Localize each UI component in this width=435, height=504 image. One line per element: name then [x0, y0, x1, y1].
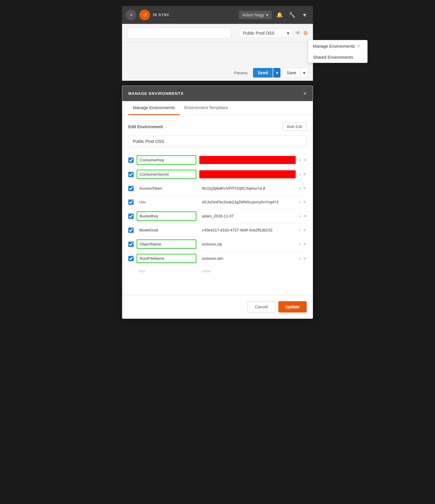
env-name-input[interactable]: [128, 136, 307, 147]
edit-env-label: Edit Environment: [128, 124, 163, 129]
row-checkbox[interactable]: [128, 200, 134, 205]
value-cell: [199, 198, 296, 206]
save-arrow-button[interactable]: ▾: [301, 68, 308, 78]
row-actions: ≡ ✕: [299, 199, 307, 205]
delete-icon[interactable]: ✕: [303, 171, 307, 177]
row-checkbox[interactable]: [128, 186, 134, 191]
tab-manage-environments[interactable]: Manage Environments: [128, 101, 180, 115]
row-actions: ≡ ✕: [299, 227, 307, 233]
row-actions: ≡ ✕: [299, 241, 307, 247]
key-input[interactable]: [137, 211, 196, 221]
key-input[interactable]: [137, 226, 196, 234]
bulk-edit-button[interactable]: Bulk Edit: [283, 122, 307, 131]
value-input[interactable]: [199, 254, 296, 263]
drag-icon[interactable]: ≡: [299, 186, 301, 191]
cancel-button[interactable]: Cancel: [247, 301, 275, 313]
gear-icon[interactable]: ⚙: [303, 30, 308, 36]
key-input[interactable]: [137, 254, 196, 263]
url-area: Public Prod OSS ▾ 👁 ⚙: [122, 24, 313, 42]
shared-environments-label: Shared Environments: [313, 55, 353, 60]
row-checkbox[interactable]: [128, 214, 134, 219]
drag-icon[interactable]: ≡: [299, 214, 301, 219]
value-cell: [199, 254, 296, 263]
value-input[interactable]: [199, 198, 296, 206]
drag-icon[interactable]: ≡: [299, 158, 301, 163]
logo-icon: ✦: [126, 10, 136, 20]
delete-icon[interactable]: ✕: [303, 157, 307, 163]
row-checkbox[interactable]: [128, 242, 134, 247]
table-row: ≡ ✕: [128, 209, 307, 223]
table-row: ≡ ✕: [128, 223, 307, 237]
key-cell: [137, 155, 196, 165]
save-button[interactable]: Save: [282, 68, 301, 78]
cursor-icon: ☞: [357, 43, 361, 49]
row-actions: ≡ ✕: [299, 157, 307, 163]
user-name: Adam Nagy: [243, 13, 264, 17]
table-row: ≡ ✕: [128, 251, 307, 266]
key-cell: [137, 254, 196, 263]
action-bar: Params Send ▾ Save ▾: [122, 65, 313, 81]
user-menu-button[interactable]: Adam Nagy ▾: [239, 11, 272, 19]
drag-icon[interactable]: ≡: [299, 200, 301, 205]
value-cell: [199, 212, 296, 220]
table-row: ≡ ✕: [128, 153, 307, 167]
row-checkbox[interactable]: [128, 228, 134, 233]
update-button[interactable]: Update: [278, 301, 307, 313]
save-chevron-icon: ▾: [303, 70, 305, 75]
row-actions: ≡ ✕: [299, 171, 307, 177]
delete-icon[interactable]: ✕: [303, 199, 307, 205]
shared-environments-item[interactable]: Shared Environments: [308, 52, 367, 63]
value-cell: [199, 156, 296, 164]
delete-icon[interactable]: ✕: [303, 227, 307, 233]
key-input[interactable]: [137, 198, 196, 206]
row-checkbox[interactable]: [128, 157, 134, 163]
delete-icon[interactable]: ✕: [303, 241, 307, 247]
drag-icon[interactable]: ≡: [299, 172, 301, 177]
modal-body: Edit Environment Bulk Edit ≡: [122, 115, 313, 283]
params-tab[interactable]: Params: [231, 69, 251, 77]
send-chevron-icon: ▾: [276, 70, 278, 75]
delete-icon[interactable]: ✕: [303, 256, 307, 261]
table-row: ≡ ✕: [128, 195, 307, 209]
value-input[interactable]: [199, 156, 296, 164]
value-input[interactable]: [199, 184, 296, 193]
key-input[interactable]: [137, 170, 196, 179]
edit-env-header: Edit Environment Bulk Edit: [128, 122, 307, 131]
row-checkbox[interactable]: [128, 256, 134, 261]
user-chevron-icon: ▾: [266, 13, 268, 17]
modal-footer: Cancel Update: [122, 295, 313, 319]
key-cell: [137, 226, 196, 234]
value-cell: [199, 184, 296, 193]
delete-icon[interactable]: ✕: [303, 185, 307, 191]
key-cell: [137, 198, 196, 206]
value-cell: [199, 226, 296, 234]
drag-icon[interactable]: ≡: [299, 228, 301, 233]
top-bar: ✦ ↺ IN SYNC Adam Nagy ▾ 🔔 🔧 ♥: [122, 6, 313, 24]
close-button[interactable]: ×: [303, 90, 307, 97]
manage-environments-item[interactable]: Manage Environments ☞: [308, 40, 367, 52]
env-selector[interactable]: Public Prod OSS ▾: [239, 29, 293, 38]
tools-icon[interactable]: 🔧: [287, 10, 297, 20]
key-cell: [137, 184, 196, 193]
notifications-icon[interactable]: 🔔: [275, 10, 284, 20]
send-arrow-button[interactable]: ▾: [273, 68, 280, 78]
sync-icon: ↺: [139, 10, 150, 20]
env-dropdown-menu: Manage Environments ☞ Shared Environment…: [308, 40, 368, 63]
key-input[interactable]: [137, 184, 196, 193]
key-input[interactable]: [137, 155, 196, 165]
send-button[interactable]: Send: [253, 68, 273, 78]
table-row: ≡ ✕: [128, 167, 307, 182]
value-input[interactable]: [199, 212, 296, 220]
tab-environment-templates[interactable]: Environment Templates: [180, 101, 233, 115]
value-input[interactable]: [199, 170, 296, 178]
value-input[interactable]: [199, 240, 296, 248]
delete-icon[interactable]: ✕: [303, 213, 307, 219]
key-input[interactable]: [137, 239, 196, 249]
value-input[interactable]: [199, 226, 296, 234]
eye-icon[interactable]: 👁: [295, 30, 301, 36]
row-checkbox[interactable]: [128, 172, 134, 177]
drag-icon[interactable]: ≡: [299, 256, 301, 261]
modal-title: MANAGE ENVIRONMENTS: [128, 91, 183, 96]
favorites-icon[interactable]: ♥: [300, 10, 309, 20]
drag-icon[interactable]: ≡: [299, 242, 301, 247]
